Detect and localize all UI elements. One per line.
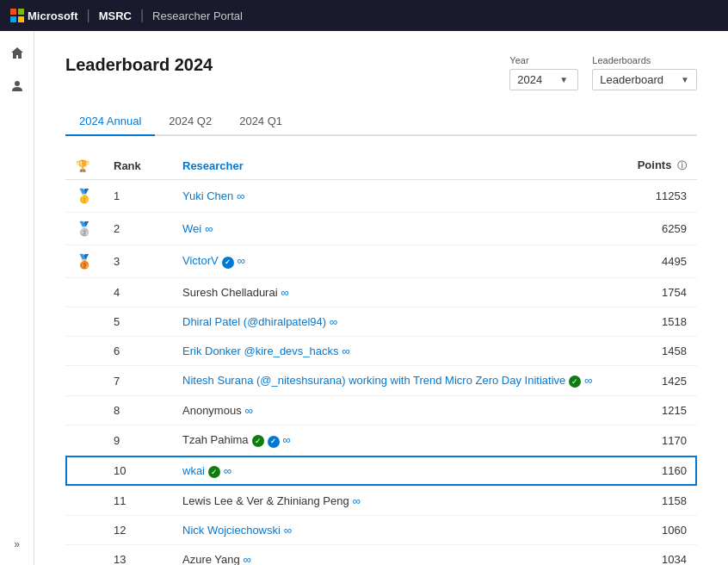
sidebar-home-icon[interactable]	[3, 40, 31, 67]
blue-dot-badge: ✓	[268, 436, 280, 448]
infinity-badge-icon[interactable]: ∞	[584, 374, 592, 387]
cell-researcher: Dhiral Patel (@dhiralpatel94)∞	[172, 307, 611, 337]
cell-trophy	[65, 278, 103, 307]
trophy-icon: 🏆	[76, 159, 89, 172]
cell-points: 1034	[611, 544, 697, 565]
leaderboards-dropdown[interactable]: Leaderboard ▼	[592, 69, 697, 90]
cell-rank: 12	[103, 515, 172, 544]
researcher-link[interactable]: Erik Donker @kire_devs_hacks	[182, 345, 339, 357]
cell-researcher: Nick Wojciechowski∞	[172, 515, 611, 544]
cell-points: 4495	[611, 245, 697, 278]
year-control-group: Year 2024 ▼	[509, 55, 578, 90]
cell-researcher: Azure Yang∞	[172, 544, 611, 565]
researcher-link[interactable]: VictorV	[182, 254, 219, 267]
bronze-trophy-icon: 🥉	[76, 254, 93, 269]
points-info-icon[interactable]: ⓘ	[677, 160, 687, 171]
cell-researcher: Erik Donker @kire_devs_hacks∞	[172, 337, 611, 366]
researcher-name: Lewis Lee & Ver & Zhiniang Peng	[182, 494, 349, 507]
leaderboards-value: Leaderboard	[600, 73, 663, 86]
researcher-name: Suresh Chelladurai	[182, 286, 278, 299]
infinity-badge-icon[interactable]: ∞	[205, 222, 213, 235]
researcher-link[interactable]: Nitesh Surana (@_niteshsurana) working w…	[182, 374, 565, 387]
infinity-badge-icon[interactable]: ∞	[283, 433, 291, 446]
infinity-badge-icon[interactable]: ∞	[245, 404, 253, 417]
infinity-badge-icon[interactable]: ∞	[353, 494, 361, 507]
infinity-badge-icon[interactable]: ∞	[237, 189, 244, 202]
th-trophy: 🏆	[65, 152, 103, 180]
researcher-link[interactable]: Wei	[182, 222, 201, 235]
top-nav: Microsoft | MSRC | Researcher Portal	[0, 0, 728, 31]
leaderboards-control-group: Leaderboards Leaderboard ▼	[592, 55, 697, 90]
cell-rank: 1	[103, 180, 172, 213]
page-header: Leaderboard 2024 Year 2024 ▼ Leaderboard…	[65, 55, 697, 90]
cell-rank: 8	[103, 396, 172, 425]
cell-rank: 11	[103, 486, 172, 515]
sidebar-user-icon[interactable]	[3, 72, 31, 100]
sidebar: »	[0, 31, 34, 565]
table-row: 12Nick Wojciechowski∞1060	[65, 515, 697, 544]
table-header: 🏆 Rank Researcher Points ⓘ	[65, 152, 697, 180]
infinity-badge-icon[interactable]: ∞	[244, 553, 251, 566]
cell-researcher: Wei∞	[172, 213, 611, 245]
cell-rank: 13	[103, 544, 172, 565]
cell-trophy	[65, 544, 103, 565]
leaderboard-table: 🏆 Rank Researcher Points ⓘ 🥇1Yuki Chen∞1…	[65, 152, 697, 565]
cell-rank: 6	[103, 337, 172, 366]
cell-researcher: VictorV✓∞	[172, 245, 611, 278]
green-check-badge: ✓	[569, 376, 581, 388]
tab-q1[interactable]: 2024 Q1	[225, 108, 296, 136]
cell-points: 1215	[611, 396, 697, 425]
cell-researcher: Lewis Lee & Ver & Zhiniang Peng∞	[172, 486, 611, 515]
cell-points: 1170	[611, 425, 697, 456]
cell-trophy	[65, 396, 103, 425]
cell-trophy: 🥈	[65, 213, 103, 245]
table-row: 9Tzah Pahima✓✓∞1170	[65, 425, 697, 456]
infinity-badge-icon[interactable]: ∞	[224, 464, 231, 477]
cell-trophy	[65, 456, 103, 486]
leaderboards-dropdown-arrow: ▼	[681, 75, 689, 84]
th-researcher: Researcher	[172, 152, 611, 180]
table-row: 🥈2Wei∞6259	[65, 213, 697, 245]
table-row: 4Suresh Chelladurai∞1754	[65, 278, 697, 307]
tab-annual[interactable]: 2024 Annual	[65, 108, 155, 136]
cell-trophy: 🥇	[65, 180, 103, 213]
table-row: 13Azure Yang∞1034	[65, 544, 697, 565]
table-row: 7Nitesh Surana (@_niteshsurana) working …	[65, 366, 697, 396]
researcher-link[interactable]: Nick Wojciechowski	[182, 524, 281, 537]
researcher-name: Tzah Pahima	[182, 433, 249, 446]
table-row: 5Dhiral Patel (@dhiralpatel94)∞1518	[65, 307, 697, 337]
controls-area: Year 2024 ▼ Leaderboards Leaderboard ▼	[509, 55, 697, 90]
infinity-badge-icon[interactable]: ∞	[284, 524, 292, 537]
cell-trophy	[65, 486, 103, 515]
researcher-link[interactable]: wkai	[182, 464, 205, 477]
year-dropdown-arrow: ▼	[559, 75, 568, 84]
th-rank: Rank	[103, 152, 172, 180]
table-row: 6Erik Donker @kire_devs_hacks∞1458	[65, 337, 697, 366]
infinity-badge-icon[interactable]: ∞	[330, 315, 337, 328]
cell-rank: 7	[103, 366, 172, 396]
tab-q2[interactable]: 2024 Q2	[155, 108, 225, 136]
cell-researcher: Tzah Pahima✓✓∞	[172, 425, 611, 456]
main-content: Leaderboard 2024 Year 2024 ▼ Leaderboard…	[34, 31, 728, 565]
ms-logo[interactable]: Microsoft	[10, 9, 78, 22]
ms-square-blue	[10, 16, 16, 22]
ms-square-yellow	[18, 16, 24, 22]
table-row: 11Lewis Lee & Ver & Zhiniang Peng∞1158	[65, 486, 697, 515]
researcher-link[interactable]: Yuki Chen	[182, 189, 233, 202]
cell-trophy	[65, 515, 103, 544]
cell-trophy	[65, 366, 103, 396]
researcher-link[interactable]: Dhiral Patel (@dhiralpatel94)	[182, 315, 326, 328]
infinity-badge-icon[interactable]: ∞	[238, 254, 245, 267]
infinity-badge-icon[interactable]: ∞	[281, 286, 289, 299]
infinity-badge-icon[interactable]: ∞	[342, 345, 350, 357]
cell-points: 6259	[611, 213, 697, 245]
gold-trophy-icon: 🥇	[76, 189, 93, 203]
page-title: Leaderboard 2024	[65, 55, 213, 75]
cell-researcher: Suresh Chelladurai∞	[172, 278, 611, 307]
year-dropdown[interactable]: 2024 ▼	[509, 69, 578, 90]
researcher-name: Anonymous	[182, 404, 242, 417]
sidebar-expand-button[interactable]: »	[3, 534, 31, 555]
green-check-badge: ✓	[208, 466, 220, 478]
cell-points: 1060	[611, 515, 697, 544]
table-row: 🥉3VictorV✓∞4495	[65, 245, 697, 278]
